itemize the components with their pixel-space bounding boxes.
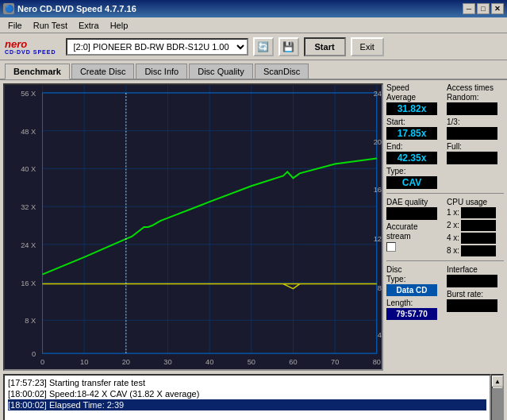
interface-section: Interface Burst rate: [447,265,504,320]
tab-scan-disc[interactable]: ScanDisc [255,64,309,79]
menu-help[interactable]: Help [106,19,133,32]
speed-end-label: End: [386,142,444,151]
dae-value [386,207,437,220]
toolbar: nero CD·DVD SPEED [2:0] PIONEER BD-RW BD… [0,33,507,60]
right-panel: Speed Average 31.82x Start: 17.85x End: … [386,83,504,371]
svg-rect-0 [5,85,382,369]
status-wrapper: [17:57:23] Starting transfer rate test [… [3,374,504,420]
drive-dropdown[interactable]: [2:0] PIONEER BD-RW BDR-S12U 1.00 [66,38,248,56]
accurate-stream-checkbox-area [386,242,444,252]
cpu-1x-value [461,207,496,218]
exit-button[interactable]: Exit [351,37,384,56]
full-label: Full: [447,142,504,151]
refresh-button[interactable]: 🔄 [253,37,274,56]
svg-text:20: 20 [374,138,382,146]
disc-info-section: Disc Type: Data CD Length: 79:57.70 [386,265,444,320]
svg-text:12: 12 [374,235,382,243]
svg-text:0: 0 [32,350,36,358]
chart-svg: 56 X 48 X 40 X 32 X 24 X 16 X 8 X 0 24 2… [5,85,382,369]
app-icon: 🔵 [3,3,14,14]
nero-logo: nero CD·DVD SPEED [5,39,56,55]
status-line-2: [18:00:02] Speed:18-42 X CAV (31.82 X av… [8,388,486,399]
menu-bar: File Run Test Extra Help [0,17,507,33]
cpu-usage-section: CPU usage 1 x: 2 x: 4 x: 8 x: [447,198,504,256]
speed-avg-label: Average [386,93,444,102]
accurate-stream-checkbox[interactable] [386,242,396,252]
one-third-label: 1/3: [447,118,504,126]
disc-type-label: Disc [386,265,444,274]
nero-sub-text: CD·DVD SPEED [5,49,56,55]
speed-type-value: CAV [386,176,437,189]
svg-text:0: 0 [40,358,44,366]
burst-value [447,299,497,312]
status-log: [17:57:23] Starting transfer rate test [… [3,374,491,420]
random-label: Random: [447,93,504,102]
svg-text:56 X: 56 X [21,90,36,98]
menu-extra[interactable]: Extra [74,19,104,32]
svg-text:30: 30 [163,358,171,366]
speed-label: Speed [386,83,444,92]
tab-benchmark[interactable]: Benchmark [5,64,70,79]
status-line-1: [17:57:23] Starting transfer rate test [8,377,486,388]
svg-text:80: 80 [373,358,381,366]
disc-length-value: 79:57.70 [386,308,437,320]
svg-text:50: 50 [248,358,255,366]
svg-text:40 X: 40 X [21,166,36,174]
scroll-up-button[interactable]: ▲ [492,376,503,387]
start-button[interactable]: Start [304,37,346,56]
divider-1 [386,193,504,194]
speed-end-value: 42.35x [386,152,437,164]
divider-2 [386,260,504,261]
tab-create-disc[interactable]: Create Disc [71,64,134,79]
svg-text:8: 8 [378,284,382,292]
nero-brand-text: nero [5,39,27,49]
svg-text:4: 4 [378,331,382,339]
title-text: Nero CD-DVD Speed 4.7.7.16 [17,4,136,13]
tab-disc-quality[interactable]: Disc Quality [189,64,253,79]
access-times-section: Access times Random: 1/3: Full: [447,83,504,189]
disc-type-label2: Type: [386,275,444,283]
burst-label: Burst rate: [447,290,504,299]
minimize-button[interactable]: ─ [463,3,475,14]
tabs: Benchmark Create Disc Disc Info Disc Qua… [0,60,507,80]
svg-text:24: 24 [374,90,382,98]
speed-start-label: Start: [386,118,444,126]
main-content: 56 X 48 X 40 X 32 X 24 X 16 X 8 X 0 24 2… [0,80,507,374]
chart-area: 56 X 48 X 40 X 32 X 24 X 16 X 8 X 0 24 2… [3,83,383,371]
speed-type-label: Type: [386,167,444,175]
svg-text:60: 60 [289,358,297,366]
disc-type-value: Data CD [386,284,437,296]
menu-run-test[interactable]: Run Test [29,19,72,32]
accurate-label: Accurate [386,222,444,231]
speed-section: Speed Average 31.82x Start: 17.85x End: … [386,83,444,189]
svg-text:24 X: 24 X [21,241,36,249]
close-button[interactable]: ✕ [491,3,504,14]
svg-text:10: 10 [80,358,88,366]
save-button[interactable]: 💾 [278,37,299,56]
disc-length-label: Length: [386,299,444,307]
status-scrollbar[interactable]: ▲ ▼ [491,374,504,420]
svg-text:70: 70 [331,358,339,366]
cpu-8x-label: 8 x: [447,246,459,255]
cpu-2x-value [461,220,496,231]
scroll-thumb[interactable] [492,388,503,420]
interface-label: Interface [447,265,504,274]
maximize-button[interactable]: □ [477,3,490,14]
svg-text:8 X: 8 X [25,317,36,325]
cpu-2x-label: 2 x: [447,221,459,229]
svg-text:16 X: 16 X [21,279,36,287]
dae-label: DAE quality [386,198,444,206]
speed-avg-value: 31.82x [386,102,437,115]
menu-file[interactable]: File [3,19,27,32]
dae-section: DAE quality Accurate stream [386,198,444,256]
cpu-4x-label: 4 x: [447,233,459,242]
access-times-label: Access times [447,83,504,92]
svg-text:32 X: 32 X [21,203,36,211]
tab-disc-info[interactable]: Disc Info [136,64,187,79]
random-value [447,102,497,115]
svg-text:20: 20 [122,358,130,366]
cpu-1x-label: 1 x: [447,208,459,217]
cpu-4x-value [461,233,496,244]
status-line-3: [18:00:02] Elapsed Time: 2:39 [8,399,486,410]
title-bar: 🔵 Nero CD-DVD Speed 4.7.7.16 ─ □ ✕ [0,0,507,17]
